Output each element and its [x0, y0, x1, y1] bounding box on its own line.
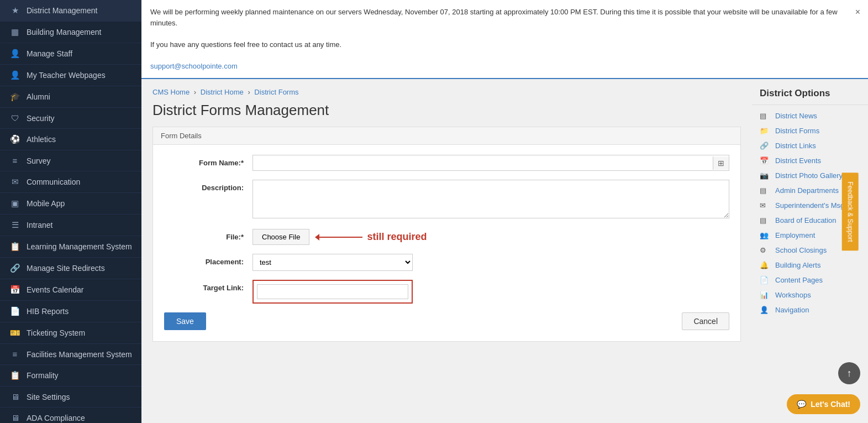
district-option-district-links[interactable]: 🔗District Links: [752, 138, 868, 153]
district-label-board-of-education: Board of Education: [775, 216, 837, 224]
sidebar-item-manage-site-redirects[interactable]: 🔗Manage Site Redirects: [0, 258, 141, 279]
district-option-district-forms[interactable]: 📁District Forms: [752, 123, 868, 138]
sidebar-item-district-management[interactable]: ★District Management: [0, 0, 141, 22]
sidebar-label-my-teacher-webpages: My Teacher Webpages: [27, 71, 106, 80]
notice-close-btn[interactable]: ×: [855, 6, 860, 19]
notice-text2: If you have any questions feel free to c…: [150, 39, 857, 50]
page-title: District Forms Management: [152, 102, 741, 119]
sidebar-icon-hib-reports: 📄: [9, 306, 21, 316]
sidebar-item-ada-compliance[interactable]: 🖥ADA Compliance: [0, 408, 141, 423]
sidebar-item-building-management[interactable]: ▦Building Management: [0, 22, 141, 43]
sidebar-label-mobile-app: Mobile App: [27, 199, 65, 208]
sidebar-item-alumni[interactable]: 🎓Alumni: [0, 86, 141, 108]
description-label: Description:: [164, 180, 252, 192]
form-card-header: Form Details: [153, 127, 740, 145]
form-name-input[interactable]: [253, 155, 713, 170]
sidebar-label-learning-management-system: Learning Management System: [27, 242, 132, 251]
sidebar-item-hib-reports[interactable]: 📄HIB Reports: [0, 301, 141, 322]
sidebar-icon-ticketing-system: 🎫: [9, 328, 21, 338]
district-icon-building-alerts: 🔔: [760, 261, 771, 269]
sidebar: ★District Management▦Building Management…: [0, 0, 141, 423]
sidebar-icon-manage-site-redirects: 🔗: [9, 263, 21, 273]
district-icon-admin-departments: ▤: [760, 186, 771, 195]
district-icon-district-news: ▤: [760, 112, 771, 120]
district-label-navigation: Navigation: [775, 306, 809, 314]
district-icon-district-photo-gallery: 📷: [760, 171, 771, 180]
district-option-content-pages[interactable]: 📄Content Pages: [752, 273, 868, 288]
district-icon-content-pages: 📄: [760, 276, 771, 284]
sidebar-item-security[interactable]: 🛡Security: [0, 108, 141, 129]
sidebar-item-survey[interactable]: ≡Survey: [0, 150, 141, 171]
form-name-row: Form Name:* ⊞: [164, 155, 729, 171]
sidebar-label-alumni: Alumni: [27, 92, 50, 101]
sidebar-item-learning-management-system[interactable]: 📋Learning Management System: [0, 236, 141, 258]
sidebar-icon-intranet: ☰: [9, 220, 21, 230]
district-option-building-alerts[interactable]: 🔔Building Alerts: [752, 258, 868, 273]
choose-file-button[interactable]: Choose File: [252, 229, 309, 245]
sidebar-item-intranet[interactable]: ☰Intranet: [0, 215, 141, 236]
placement-select[interactable]: test Option 1 Option 2: [252, 254, 413, 271]
district-icon-school-closings: ⚙: [760, 246, 771, 254]
sidebar-label-communication: Communication: [27, 177, 80, 186]
sidebar-item-site-settings[interactable]: 🖥Site Settings: [0, 387, 141, 408]
breadcrumb-sep1: ›: [194, 88, 198, 96]
notice-support-link[interactable]: support@schoolpointe.com: [150, 62, 238, 70]
arrow-line: [318, 237, 362, 238]
sidebar-label-survey: Survey: [27, 156, 51, 165]
sidebar-icon-formality: 📋: [9, 370, 21, 380]
lets-chat-button[interactable]: 💬 Let's Chat!: [787, 394, 860, 414]
sidebar-item-ticketing-system[interactable]: 🎫Ticketing System: [0, 322, 141, 344]
scroll-to-top-button[interactable]: ↑: [838, 362, 860, 384]
breadcrumb-district-forms[interactable]: District Forms: [254, 88, 298, 96]
sidebar-item-events-calendar[interactable]: 📅Events Calendar: [0, 279, 141, 301]
sidebar-label-events-calendar: Events Calendar: [27, 285, 84, 294]
district-icon-district-events: 📅: [760, 156, 771, 165]
form-card-body: Form Name:* ⊞ Description:: [153, 145, 740, 341]
target-link-input[interactable]: [257, 284, 408, 299]
sidebar-item-mobile-app[interactable]: ▣Mobile App: [0, 193, 141, 215]
sidebar-item-formality[interactable]: 📋Formality: [0, 365, 141, 387]
file-label: File:*: [164, 229, 252, 241]
sidebar-item-athletics[interactable]: ⚽Athletics: [0, 129, 141, 150]
sidebar-label-formality: Formality: [27, 371, 59, 380]
district-label-district-photo-gallery: District Photo Gallery: [775, 171, 843, 180]
district-label-building-alerts: Building Alerts: [775, 261, 820, 269]
sidebar-label-security: Security: [27, 114, 55, 123]
file-control: Choose File still required: [252, 229, 729, 245]
district-label-district-news: District News: [775, 112, 817, 120]
sidebar-item-manage-staff[interactable]: 👤Manage Staff: [0, 43, 141, 65]
sidebar-icon-facilities-management-system: ≡: [9, 349, 21, 359]
sidebar-icon-communication: ✉: [9, 177, 21, 187]
description-row: Description:: [164, 180, 729, 220]
form-name-control: ⊞: [252, 155, 729, 171]
sidebar-icon-security: 🛡: [9, 113, 21, 123]
sidebar-icon-building-management: ▦: [9, 27, 21, 37]
placement-row: Placement: test Option 1 Option 2: [164, 254, 729, 271]
breadcrumb-district-home[interactable]: District Home: [201, 88, 244, 96]
action-row: Save Cancel: [164, 312, 729, 330]
district-option-workshops[interactable]: 📊Workshops: [752, 288, 868, 302]
save-button[interactable]: Save: [164, 312, 206, 330]
sidebar-item-my-teacher-webpages[interactable]: 👤My Teacher Webpages: [0, 65, 141, 86]
sidebar-item-communication[interactable]: ✉Communication: [0, 171, 141, 193]
district-label-district-forms: District Forms: [775, 127, 819, 135]
target-link-row: Target Link:: [164, 280, 729, 304]
district-option-district-news[interactable]: ▤District News: [752, 108, 868, 123]
breadcrumb-cms-home[interactable]: CMS Home: [152, 88, 190, 96]
form-name-icon-btn[interactable]: ⊞: [713, 156, 729, 170]
feedback-tab[interactable]: Feedback & Support: [841, 173, 858, 250]
placement-label: Placement:: [164, 254, 252, 266]
district-option-district-events[interactable]: 📅District Events: [752, 153, 868, 168]
description-textarea[interactable]: [252, 180, 729, 218]
sidebar-icon-district-management: ★: [9, 6, 21, 15]
sidebar-label-ticketing-system: Ticketing System: [27, 328, 85, 337]
cancel-button[interactable]: Cancel: [682, 312, 729, 330]
district-icon-district-links: 🔗: [760, 142, 771, 150]
district-label-district-links: District Links: [775, 142, 816, 150]
sidebar-label-building-management: Building Management: [27, 28, 101, 36]
sidebar-icon-ada-compliance: 🖥: [9, 413, 21, 422]
sidebar-item-facilities-management-system[interactable]: ≡Facilities Management System: [0, 344, 141, 365]
district-option-navigation[interactable]: 👤Navigation: [752, 302, 868, 317]
description-control: [252, 180, 729, 220]
sidebar-icon-site-settings: 🖥: [9, 392, 21, 401]
